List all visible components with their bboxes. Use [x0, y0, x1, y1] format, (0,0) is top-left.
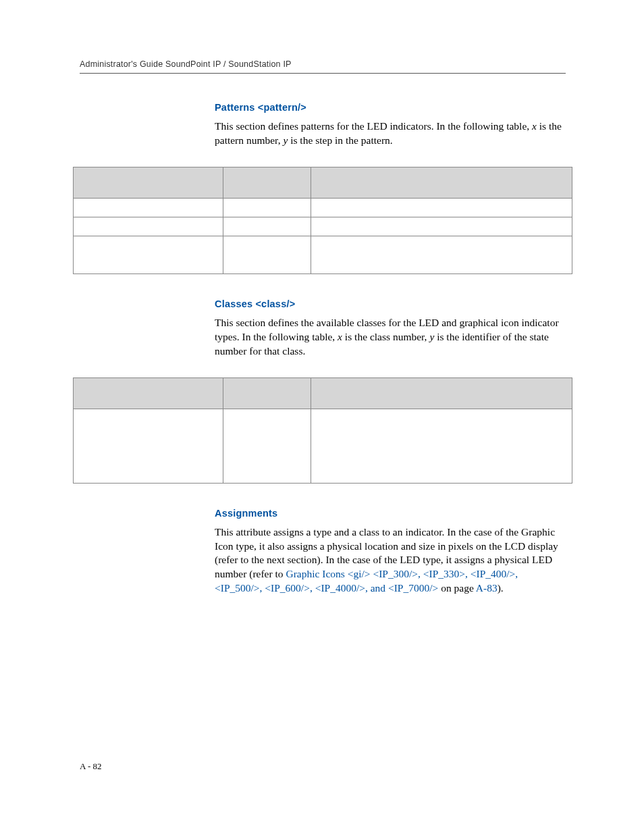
table-row [74, 236, 572, 273]
table-header-cell [311, 167, 572, 198]
table-cell [311, 217, 572, 236]
page-number: A - 82 [80, 761, 102, 772]
table-row [74, 217, 572, 236]
table-header-cell [74, 377, 223, 409]
table-cell [74, 217, 223, 236]
table-cell [223, 217, 311, 236]
section-title-patterns: Patterns <pattern/> [215, 102, 566, 113]
section-title-assignments: Assignments [215, 508, 566, 519]
table-row [74, 409, 572, 483]
table-cell [74, 198, 223, 217]
patterns-table [73, 167, 572, 274]
text: ). [498, 582, 504, 594]
section-title-classes: Classes <class/> [215, 298, 566, 309]
assignments-description: This attribute assigns a type and a clas… [215, 525, 566, 596]
table-header-cell [311, 377, 572, 409]
page-header: Administrator's Guide SoundPoint IP / So… [80, 59, 566, 74]
table-row [74, 198, 572, 217]
table-cell [74, 236, 223, 273]
patterns-description: This section defines patterns for the LE… [215, 120, 566, 148]
table-header-row [74, 167, 572, 198]
table-header-row [74, 377, 572, 409]
classes-description: This section defines the available class… [215, 316, 566, 359]
text: is the step in the pattern. [288, 134, 392, 146]
table-cell [223, 198, 311, 217]
var-x: x [532, 120, 537, 132]
text: on page [438, 582, 476, 594]
classes-table [73, 377, 572, 484]
table-cell [311, 236, 572, 273]
text: This section defines patterns for the LE… [215, 120, 532, 132]
table-cell [223, 409, 311, 483]
table-header-cell [74, 167, 223, 198]
table-header-cell [223, 377, 311, 409]
var-x: x [338, 331, 342, 342]
page-reference-link[interactable]: A-83 [476, 582, 498, 594]
table-cell [311, 198, 572, 217]
table-cell [74, 409, 223, 483]
table-cell [311, 409, 572, 483]
table-header-cell [223, 167, 311, 198]
text: is the class number, [342, 331, 429, 342]
table-cell [223, 236, 311, 273]
